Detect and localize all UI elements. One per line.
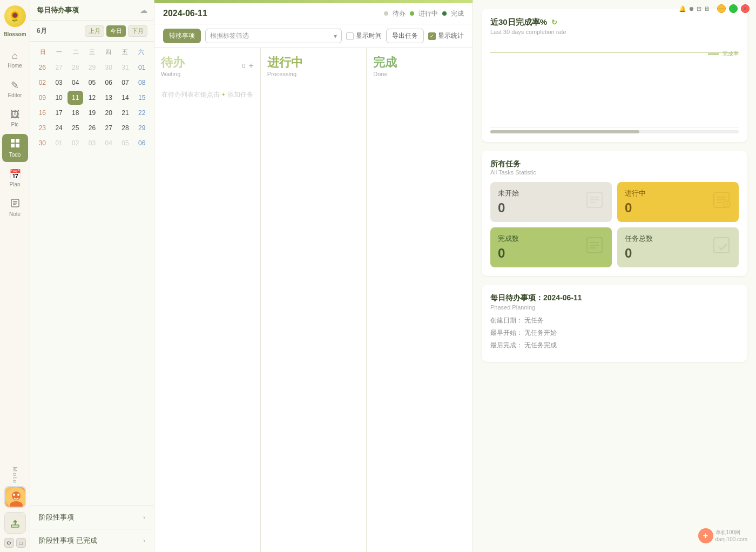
prev-month-btn[interactable]: 上月 [85,25,104,37]
in-progress-box: 进行中 0 [617,182,739,222]
day-cell[interactable]: 24 [51,121,67,135]
next-month-btn[interactable]: 下月 [128,25,147,37]
day-cell[interactable]: 09 [35,91,50,105]
total-box: 任务总数 0 [617,227,739,267]
wm-text: 单机100网danji100.com [716,529,747,543]
day-cell[interactable]: 14 [118,91,133,105]
day-cell[interactable]: 26 [84,121,100,135]
day-cell[interactable]: 28 [118,121,133,135]
minimize-button[interactable]: — [717,4,726,13]
waiting-add-button[interactable]: + [248,61,253,71]
day-cell[interactable]: 12 [84,91,100,105]
day-cell[interactable]: 10 [51,91,67,105]
day-cell[interactable]: 04 [101,136,117,150]
bottom-icons: ⚙ □ [4,538,26,548]
day-cell[interactable]: 07 [118,76,133,90]
today-cell[interactable]: 11 [68,91,83,105]
monitor-icon[interactable]: 🖥 [704,5,710,12]
settings-icon[interactable]: ⚙ [4,538,14,548]
day-cell[interactable]: 01 [51,136,67,150]
day-cell[interactable]: 05 [118,136,133,150]
sidebar-item-plan[interactable]: 📅 Plan [2,164,28,192]
day-cell[interactable]: 31 [118,60,133,75]
info-icon[interactable]: □ [16,538,26,548]
day-cell[interactable]: 02 [35,76,50,90]
sidebar-item-pic[interactable]: 🖼 Pic [2,105,28,132]
day-cell[interactable]: 20 [101,106,117,120]
refresh-icon[interactable]: ↻ [551,18,557,26]
show-stats-checkbox[interactable]: ✓ [428,32,436,40]
day-cell[interactable]: 08 [134,76,150,90]
in-progress-label: 进行中 [625,189,646,198]
sidebar-item-editor[interactable]: ✎ Editor [2,75,28,103]
phased-section[interactable]: 阶段性事项 › [30,506,154,529]
day-cell[interactable]: 04 [68,76,83,90]
day-cell[interactable]: 30 [101,60,117,75]
day-cell[interactable]: 30 [35,136,50,150]
chart-legend: 完成率 [708,50,739,58]
upload-button[interactable] [4,512,26,534]
sidebar-item-home[interactable]: ⌂ Home [2,46,28,73]
processing-dot [410,11,414,16]
note-icon [10,198,20,210]
day-cell[interactable]: 27 [101,121,117,135]
day-cell[interactable]: 13 [101,91,117,105]
sidebar-item-note[interactable]: Note [2,194,28,221]
day-cell[interactable]: 16 [35,106,50,120]
phase-start-label: 最早开始： [490,329,523,336]
tasks-title: 所有任务 [490,159,739,169]
processing-col-header: 进行中 Processing [267,55,360,77]
show-time-checkbox[interactable] [346,32,354,40]
notification-icon[interactable]: 🔔 [679,5,686,12]
tag-filter-select[interactable]: 根据标签筛选 ▾ [205,29,342,43]
day-cell[interactable]: 01 [134,60,150,75]
avatar-image [5,487,26,508]
waiting-status-label: 待办 [393,9,406,18]
sync-icon[interactable]: ☁ [140,6,147,15]
done-dot [442,11,447,16]
day-cell[interactable]: 17 [51,106,67,120]
main-date-title: 2024-06-11 [163,9,207,18]
day-cell[interactable]: 22 [134,106,150,120]
show-stats-toggle[interactable]: ✓ 显示统计 [428,31,464,41]
day-cell[interactable]: 03 [51,76,67,90]
day-cell[interactable]: 21 [118,106,133,120]
total-info: 任务总数 0 [625,234,653,261]
day-cell[interactable]: 29 [84,60,100,75]
day-cell[interactable]: 28 [68,60,83,75]
day-cell[interactable]: 26 [35,60,50,75]
day-cell[interactable]: 06 [134,136,150,150]
layout-icon[interactable]: ⊞ [697,5,701,12]
day-cell[interactable]: 23 [35,121,50,135]
day-cell[interactable]: 02 [68,136,83,150]
sidebar-item-todo[interactable]: Todo [2,134,28,162]
in-progress-icon [712,190,731,214]
transfer-button[interactable]: 转移事项 [163,29,201,43]
home-icon: ⌂ [12,50,18,62]
calendar-controls: 6月 上月 今日 下月 [30,21,154,42]
waiting-count: 0 [242,63,245,69]
phased-done-section[interactable]: 阶段性事项 已完成 › [30,529,154,552]
tasks-subtitle: All Tasks Statistic [490,169,739,176]
day-cell[interactable]: 06 [101,76,117,90]
maximize-button[interactable]: □ [729,4,738,13]
day-cell[interactable]: 29 [134,121,150,135]
chart-scrollbar[interactable] [490,130,739,133]
not-started-value: 0 [498,200,519,216]
waiting-hint: 在待办列表右键点击 + 添加任务 [161,90,254,99]
today-btn[interactable]: 今日 [106,25,126,37]
show-time-toggle[interactable]: 显示时间 [346,31,382,41]
day-cell[interactable]: 27 [51,60,67,75]
day-cell[interactable]: 18 [68,106,83,120]
export-button[interactable]: 导出任务 [386,29,424,43]
close-button[interactable]: ✕ [741,4,750,13]
day-cell[interactable]: 05 [84,76,100,90]
day-cell[interactable]: 25 [68,121,83,135]
avatar[interactable] [4,486,26,508]
record-icon[interactable]: ⏺ [688,5,694,12]
day-cell[interactable]: 15 [134,91,150,105]
svg-point-11 [13,494,15,496]
day-cell[interactable]: 19 [84,106,100,120]
day-header-sat: 六 [133,46,150,58]
day-cell[interactable]: 03 [84,136,100,150]
